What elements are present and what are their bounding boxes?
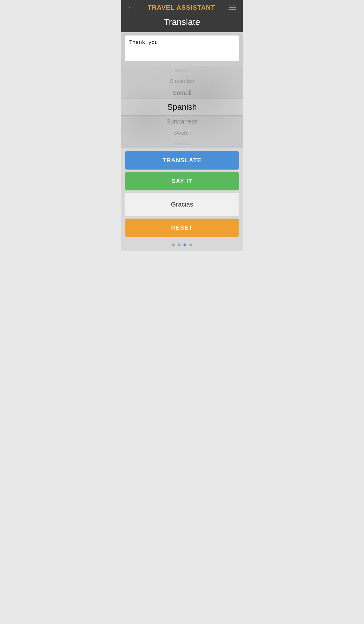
menu-line-3 xyxy=(229,9,236,10)
language-label: Slovak xyxy=(175,68,189,73)
page-dot-1[interactable] xyxy=(172,243,175,246)
page-dot-3[interactable] xyxy=(183,243,186,246)
language-item-somali[interactable]: Somali xyxy=(121,87,243,99)
language-label: Swahili xyxy=(173,130,191,136)
header: ← TRAVEL ASSISTANT Translate xyxy=(121,0,243,32)
reset-button[interactable]: RESET xyxy=(125,219,239,237)
language-label: Sundanese xyxy=(166,118,198,125)
menu-line-1 xyxy=(229,6,236,6)
translation-result: Gracias xyxy=(125,193,239,216)
language-label: Swedish xyxy=(174,141,190,146)
input-section xyxy=(121,32,243,66)
say-it-button[interactable]: SAY IT xyxy=(125,172,239,190)
page-dot-4[interactable] xyxy=(189,243,192,246)
phone-screen: ← TRAVEL ASSISTANT Translate Slovak Slov… xyxy=(121,0,243,251)
header-top: ← TRAVEL ASSISTANT xyxy=(121,0,243,14)
menu-line-2 xyxy=(229,7,236,8)
app-title: TRAVEL ASSISTANT xyxy=(148,4,215,11)
page-title: Translate xyxy=(121,14,243,32)
language-item-spanish[interactable]: Spanish xyxy=(121,99,243,116)
language-item-slovenian[interactable]: Slovenian xyxy=(121,76,243,87)
language-list: Slovak Slovenian Somali Spanish Sundanes… xyxy=(121,66,243,148)
translate-button[interactable]: TRANSLATE xyxy=(125,151,239,170)
buttons-section: TRANSLATE SAY IT Gracias RESET xyxy=(121,148,243,240)
language-item-swedish[interactable]: Swedish xyxy=(121,138,243,148)
page-indicators xyxy=(121,240,243,251)
menu-button[interactable] xyxy=(227,4,237,11)
translation-input[interactable] xyxy=(125,35,239,62)
language-picker[interactable]: Slovak Slovenian Somali Spanish Sundanes… xyxy=(121,66,243,148)
language-label: Somali xyxy=(173,89,191,96)
back-icon: ← xyxy=(127,3,135,12)
language-item-sundanese[interactable]: Sundanese xyxy=(121,116,243,127)
back-button[interactable]: ← xyxy=(127,4,135,12)
language-item-swahili[interactable]: Swahili xyxy=(121,127,243,138)
language-label: Slovenian xyxy=(170,78,194,84)
page-dot-2[interactable] xyxy=(178,243,181,246)
language-label: Spanish xyxy=(167,102,197,111)
language-item-slovak[interactable]: Slovak xyxy=(121,66,243,76)
